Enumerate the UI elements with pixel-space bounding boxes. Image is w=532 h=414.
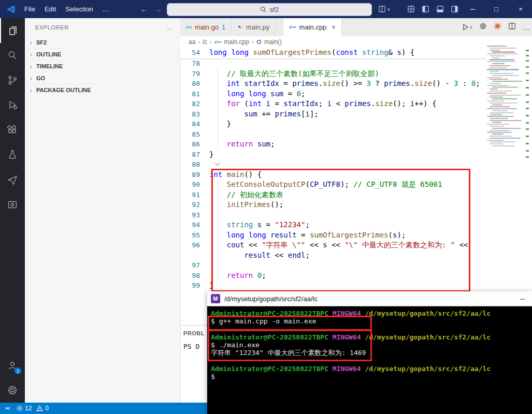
line-number: 54 — [180, 48, 209, 58]
tab-badge: 1 — [222, 24, 225, 31]
tab-main-py[interactable]: main.py — [232, 18, 276, 36]
run-button[interactable]: ∨ — [462, 23, 472, 31]
customize-layout-icon[interactable] — [407, 5, 415, 13]
line-number: 95 — [180, 230, 209, 241]
maximize-button[interactable]: □ — [487, 0, 505, 18]
cpp-file-icon: C++ — [214, 40, 221, 44]
minimap[interactable] — [487, 46, 524, 325]
tab-main-cpp[interactable]: C++ main.cpp × — [283, 18, 342, 36]
extensions-icon[interactable] — [0, 117, 25, 142]
tab-label: main.go — [195, 23, 219, 31]
line-number: 98 — [180, 271, 209, 281]
code-editor[interactable]: 7879 // 取最大的三个素数(如果不足三个则取全部)80 int start… — [180, 58, 487, 325]
line-number: 78 — [180, 58, 209, 69]
forward-arrow-icon[interactable]: → — [152, 5, 164, 13]
line-number: 89 — [180, 170, 209, 180]
tab-label: main.py — [246, 23, 270, 31]
run-debug-icon[interactable] — [0, 93, 25, 117]
mintty-terminal-window[interactable]: M /d/mysetup/gopath/src/sf2/aa/lc ─ Admi… — [207, 291, 532, 414]
sidebar-section-sf2[interactable]: › SF2 — [25, 36, 180, 48]
terminal-body[interactable]: Administrator@PC-20250822TBPC MINGW64 /d… — [207, 306, 532, 414]
terminal-line: Administrator@PC-20250822TBPC MINGW64 /d… — [211, 309, 532, 317]
extension-a-icon[interactable] — [0, 167, 25, 192]
chevron-right-icon: › — [28, 51, 34, 58]
minimize-button[interactable]: ─ — [464, 0, 481, 18]
chevron-right-icon: › — [28, 86, 34, 94]
warning-count: 0 — [45, 405, 49, 412]
menu-overflow[interactable]: … — [98, 5, 114, 13]
testing-icon[interactable] — [0, 142, 25, 167]
sidebar-section-outline[interactable]: › OUTLINE — [25, 48, 180, 60]
code-line: 81 long long sum = 0; — [180, 89, 487, 99]
back-arrow-icon[interactable]: ← — [138, 5, 150, 13]
menu-file[interactable]: File — [20, 5, 40, 13]
breadcrumb-item[interactable]: lc — [203, 38, 207, 46]
breadcrumb-item[interactable]: aa — [189, 38, 195, 46]
breadcrumb-item[interactable]: main() — [264, 38, 282, 46]
code-line: 85 — [180, 129, 487, 140]
code-line: 99} — [180, 280, 487, 291]
python-file-icon — [237, 24, 243, 30]
settings-gear-icon[interactable] — [0, 378, 25, 403]
explorer-icon[interactable] — [0, 18, 26, 43]
more-actions-icon[interactable]: … — [523, 23, 530, 32]
code-line: 87} — [180, 150, 487, 160]
code-line: 93 — [180, 210, 487, 220]
line-number: 81 — [180, 89, 209, 99]
line-number: 84 — [180, 119, 209, 129]
line-number: 88 — [180, 159, 209, 170]
indent-guide — [218, 180, 218, 280]
go-file-icon: GO — [186, 25, 192, 29]
terminal-line — [211, 357, 532, 365]
warning-icon — [36, 405, 43, 411]
symbol-method-icon — [256, 39, 262, 45]
account-badge: 1 — [15, 367, 21, 374]
sidebar-section-timeline[interactable]: › TIMELINE — [25, 60, 180, 72]
split-editor-icon[interactable] — [508, 22, 516, 32]
sidebar-more-icon[interactable]: … — [166, 24, 172, 31]
sidebar-title: EXPLORER — [35, 24, 69, 31]
terminal-minimize-button[interactable]: ─ — [520, 295, 525, 303]
overview-ruler — [526, 47, 530, 326]
line-number: 86 — [180, 139, 209, 150]
account-icon[interactable]: 1 — [0, 353, 25, 378]
code-line: 91 // 初始化素数表 — [180, 190, 487, 200]
toggle-secondary-sidebar-icon[interactable] — [451, 5, 458, 13]
code-line: 96 cout << "字符串 \"" << s << "\" 中最大的三个素数… — [180, 240, 487, 250]
problems-status[interactable]: 12 0 — [17, 405, 49, 412]
extension-run-icon[interactable] — [494, 22, 501, 32]
breadcrumb-item[interactable]: main.cpp — [224, 38, 249, 46]
tab-label: main.cpp — [299, 23, 327, 31]
line-number: 90 — [180, 180, 209, 190]
sticky-scroll-line: 54 long long sumOfLargestPrimes(const st… — [180, 48, 487, 59]
gear-icon[interactable] — [479, 22, 487, 32]
fold-chevron-icon[interactable] — [214, 162, 221, 166]
search-value: sf2 — [270, 6, 279, 13]
close-button[interactable]: × — [512, 0, 529, 18]
sidebar-section-package-outline[interactable]: › PACKAGE OUTLINE — [25, 84, 180, 96]
tab-main-go[interactable]: GO main.go 1 — [180, 18, 232, 36]
split-editor-dropdown-icon[interactable]: ∨ — [378, 5, 391, 13]
editor-action-bar: ∨ … — [462, 18, 530, 36]
command-center-search[interactable]: sf2 — [167, 3, 372, 16]
tab-close-icon[interactable]: × — [332, 23, 336, 31]
code-line: 92 initPrimes(); — [180, 200, 487, 210]
line-number: 96 — [180, 240, 209, 250]
code-line: 97 — [180, 260, 487, 271]
menu-edit[interactable]: Edit — [40, 5, 61, 13]
indent-guide — [218, 68, 218, 149]
line-number: 79 — [180, 69, 209, 79]
code-line: 84 } — [180, 119, 487, 129]
toggle-sidebar-icon[interactable] — [422, 5, 429, 13]
sticky-code: long long sumOfLargestPrimes(const strin… — [209, 48, 414, 58]
terminal-line — [211, 326, 532, 333]
source-control-icon[interactable] — [0, 68, 25, 93]
terminal-title-bar[interactable]: M /d/mysetup/gopath/src/sf2/aa/lc ─ — [207, 291, 532, 306]
remote-indicator-icon[interactable]: >< — [0, 403, 15, 414]
toggle-panel-icon[interactable] — [436, 5, 444, 13]
code-line: result << endl; — [180, 250, 487, 261]
sidebar-section-go[interactable]: › GO — [25, 72, 180, 84]
extension-b-icon[interactable] — [0, 192, 25, 217]
search-sidebar-icon[interactable] — [0, 43, 25, 68]
menu-selection[interactable]: Selection — [61, 5, 97, 13]
